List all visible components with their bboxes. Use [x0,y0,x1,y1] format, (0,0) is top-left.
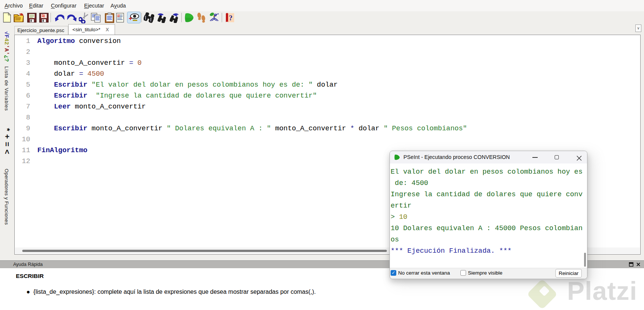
svg-text:?: ? [229,14,233,22]
